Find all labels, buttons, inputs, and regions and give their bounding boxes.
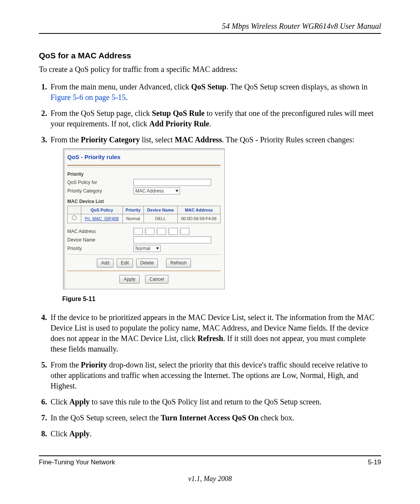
step-bold: Priority xyxy=(81,360,107,369)
add-button[interactable]: Add xyxy=(97,259,114,267)
col-mac-address: MAC Address xyxy=(177,206,220,214)
step-bold: Add Priority Rule xyxy=(149,119,209,128)
step-text: . xyxy=(90,429,92,438)
step-text: Click xyxy=(51,429,69,438)
step-bold: Apply xyxy=(69,397,89,406)
section-title: QoS for a MAC Address xyxy=(39,51,381,60)
step-bold: Turn Internet Access QoS On xyxy=(161,413,259,422)
step-text: From the QoS Setup page, click xyxy=(51,109,152,117)
steps-list: From the main menu, under Advanced, clic… xyxy=(40,82,381,439)
qos-policy-for-input[interactable] xyxy=(133,179,211,186)
delete-button[interactable]: Delete xyxy=(136,259,158,267)
table-row[interactable]: Pri_MAC_59F408 Normal DELL 00:0D:56:59:F… xyxy=(68,214,220,223)
priority-heading: Priority xyxy=(67,171,133,177)
apply-button[interactable]: Apply xyxy=(119,275,140,284)
step-bold: Apply xyxy=(69,429,89,438)
step-bold: Priority Category xyxy=(81,135,140,144)
step-8: Click Apply. xyxy=(49,429,381,439)
step-3: From the Priority Category list, select … xyxy=(49,135,381,303)
qos-policy-for-label: QoS Policy for xyxy=(67,179,133,186)
footer-chapter: Fine-Tuning Your Network xyxy=(39,458,115,466)
row-radio[interactable] xyxy=(72,215,77,220)
col-device-name: Device Name xyxy=(144,206,177,214)
step-text: From the xyxy=(51,135,81,144)
rule-top xyxy=(39,33,381,34)
page-footer: Fine-Tuning Your Network 5-19 xyxy=(39,458,381,466)
step-text: . xyxy=(209,119,211,128)
mac-octet-input[interactable]: : xyxy=(157,228,166,235)
priority-label: Priority xyxy=(67,245,133,252)
step-bold: Refresh xyxy=(198,334,223,343)
mac-address-label: MAC Address xyxy=(67,228,133,234)
col-qos-policy: QoS Policy xyxy=(81,206,123,214)
step-4: If the device to be prioritized appears … xyxy=(49,312,381,354)
col-priority: Priority xyxy=(122,206,144,214)
step-text: list, select xyxy=(140,135,175,144)
cancel-button[interactable]: Cancel xyxy=(145,275,168,284)
row-qos-policy[interactable]: Pri_MAC_59F408 xyxy=(81,214,123,223)
mac-device-list-heading: MAC Device List xyxy=(67,198,220,205)
priority-select[interactable]: Normal xyxy=(133,245,161,252)
mac-octet-input[interactable]: : xyxy=(168,228,178,235)
footer-page: 5-19 xyxy=(368,458,381,466)
edit-button[interactable]: Edit xyxy=(117,259,133,267)
mac-octet-input[interactable]: : xyxy=(133,228,143,235)
step-text: In the QoS Setup screen, select the xyxy=(51,413,161,422)
table-header-row: QoS Policy Priority Device Name MAC Addr… xyxy=(68,206,220,214)
priority-category-select[interactable]: MAC Address xyxy=(133,187,180,194)
panel-title: QoS - Priority rules xyxy=(67,151,220,166)
step-text: to save this rule to the QoS Policy list… xyxy=(90,397,322,406)
mac-octet-input[interactable]: : xyxy=(145,228,154,235)
step-2: From the QoS Setup page, click Setup QoS… xyxy=(49,108,381,129)
step-text: From the xyxy=(51,360,81,369)
step-text: check box. xyxy=(259,413,294,422)
step-text: . The QoS - Priority Rules screen change… xyxy=(222,135,355,144)
crud-button-row: Add Edit Delete Refresh xyxy=(67,259,220,267)
figure-5-11: QoS - Priority rules Priority QoS Policy… xyxy=(63,148,381,289)
mac-device-table: QoS Policy Priority Device Name MAC Addr… xyxy=(67,206,220,224)
step-text: . The QoS Setup screen displays, as show… xyxy=(226,82,368,91)
row-mac-address: 00:0D:56:59:F4:08 xyxy=(177,214,220,223)
qos-priority-rules-panel: QoS - Priority rules Priority QoS Policy… xyxy=(63,148,225,289)
step-text: . xyxy=(126,93,128,102)
step-text: From the main menu, under Advanced, clic… xyxy=(51,82,191,91)
rule-bottom xyxy=(39,455,381,456)
row-priority: Normal xyxy=(122,214,144,223)
step-6: Click Apply to save this rule to the QoS… xyxy=(49,397,381,407)
running-head: 54 Mbps Wireless Router WGR614v8 User Ma… xyxy=(39,22,381,31)
step-text: Click xyxy=(51,397,69,406)
step-bold: QoS Setup xyxy=(191,82,227,91)
intro-paragraph: To create a QoS policy for traffic from … xyxy=(39,64,381,75)
refresh-button[interactable]: Refresh xyxy=(166,259,191,267)
priority-category-label: Priority Category xyxy=(67,188,133,194)
step-bold: Setup QoS Rule xyxy=(152,109,205,117)
doc-version: v1.1, May 2008 xyxy=(39,475,381,483)
step-bold: MAC Address xyxy=(175,135,222,144)
step-7: In the QoS Setup screen, select the Turn… xyxy=(49,413,381,423)
mac-octet-input[interactable]: : xyxy=(180,228,189,235)
step-5: From the Priority drop-down list, select… xyxy=(49,360,381,391)
device-name-label: Device Name xyxy=(67,237,133,243)
figure-xref-link[interactable]: Figure 5-6 on page 5-15 xyxy=(51,93,126,102)
figure-caption: Figure 5-11 xyxy=(62,295,381,303)
apply-cancel-row: Apply Cancel xyxy=(67,275,220,284)
device-name-input[interactable] xyxy=(133,236,211,243)
row-device-name: DELL xyxy=(144,214,177,223)
step-1: From the main menu, under Advanced, clic… xyxy=(49,82,381,103)
mac-address-inputs: : : : : : xyxy=(133,228,189,235)
